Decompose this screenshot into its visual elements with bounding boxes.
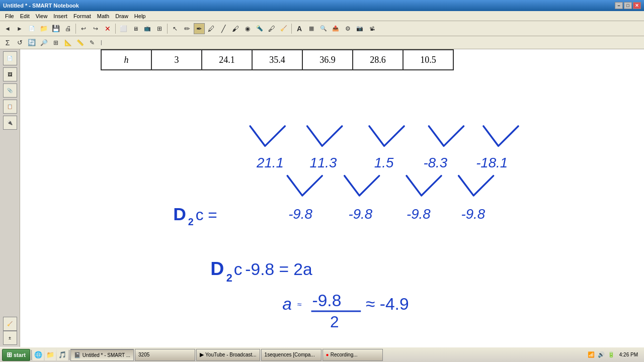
main-area: 📄 🖼 📎 📋 🔌 🧹 ± h 3 24.1 35.4 36.9 28.6 10… xyxy=(0,49,644,347)
back-button[interactable]: ◄ xyxy=(2,23,13,34)
sidebar-bottom-group: 🧹 ± xyxy=(3,317,17,345)
quicklaunch-ie-icon[interactable]: 🌐 xyxy=(33,349,44,360)
undo-button[interactable]: ↩ xyxy=(78,23,89,34)
fill-tool[interactable]: ◉ xyxy=(242,23,253,34)
brush-tool[interactable]: 🖌 xyxy=(230,23,241,34)
start-button[interactable]: ⊞ start xyxy=(2,349,30,361)
table-tool[interactable]: ▦ xyxy=(306,23,317,34)
title-bar: Untitled * - SMART Notebook – □ ✕ xyxy=(0,0,644,11)
smart-app-icon: 📓 xyxy=(74,352,81,358)
sidebar-attachments-icon[interactable]: 📎 xyxy=(3,83,17,98)
svg-text:c =: c = xyxy=(196,206,217,224)
menu-insert[interactable]: Insert xyxy=(50,13,70,20)
sequences-label: 1sequences [Compa... xyxy=(265,352,315,357)
sep2 xyxy=(115,24,116,34)
pen-tool3[interactable]: 🖊 xyxy=(206,23,217,34)
minimize-button[interactable]: – xyxy=(615,2,623,9)
menu-math[interactable]: Math xyxy=(94,13,112,20)
menu-draw[interactable]: Draw xyxy=(112,13,131,20)
menu-help[interactable]: Help xyxy=(131,13,149,20)
select-tool[interactable]: ↖ xyxy=(170,23,181,34)
print-button[interactable]: 🖨 xyxy=(62,23,73,34)
taskbar-right: 📶 🔊 🔋 4:26 PM xyxy=(587,351,642,359)
rect-select-button[interactable]: ⬜ xyxy=(118,23,129,34)
svg-text:D: D xyxy=(173,204,186,224)
svg-text:≈ -4.9: ≈ -4.9 xyxy=(366,295,409,313)
undo2-button[interactable]: ↺ xyxy=(14,37,25,48)
forward-button[interactable]: ► xyxy=(14,23,25,34)
svg-text:-9.8 = 2a: -9.8 = 2a xyxy=(245,260,312,279)
close-button[interactable]: ✕ xyxy=(633,2,641,9)
settings-button[interactable]: ⚙ xyxy=(342,23,353,34)
svg-text:2: 2 xyxy=(226,272,232,284)
taskbar-sep1 xyxy=(31,350,32,360)
systray-icon1[interactable]: 📶 xyxy=(587,351,595,359)
systray-icon3[interactable]: 🔋 xyxy=(607,351,615,359)
protractor-button[interactable]: 📐 xyxy=(62,37,73,48)
taskbar-app-youtube[interactable]: ▶ YouTube - Broadcast... xyxy=(196,349,260,361)
sidebar-addons-icon[interactable]: 🔌 xyxy=(3,116,17,130)
sidebar-eraser-icon[interactable]: 🧹 xyxy=(3,317,17,331)
recording-label: Recording... xyxy=(331,352,358,357)
taskbar-app-smart[interactable]: 📓 Untitled * - SMART ... xyxy=(70,349,134,361)
line-tool[interactable]: ╱ xyxy=(218,23,229,34)
grid-button[interactable]: ⊞ xyxy=(154,23,165,34)
capture-button[interactable]: 📷 xyxy=(354,23,365,34)
sidebar-zoom-icon[interactable]: ± xyxy=(3,331,17,345)
edit-pen-button[interactable]: ✎ xyxy=(87,37,98,48)
menu-file[interactable]: File xyxy=(2,13,17,20)
grid2-button[interactable]: ⊞ xyxy=(50,37,61,48)
present-button[interactable]: 📽 xyxy=(366,23,377,34)
rotate-button[interactable]: 🔄 xyxy=(26,37,37,48)
sep1 xyxy=(75,24,76,34)
youtube-icon: ▶ xyxy=(200,351,204,358)
sidebar-props-icon[interactable]: 📋 xyxy=(3,100,17,114)
svg-text:-9.8: -9.8 xyxy=(407,206,431,222)
delete-button[interactable]: ✕ xyxy=(102,23,113,34)
open-button[interactable]: 📁 xyxy=(38,23,49,34)
sep3 xyxy=(167,24,168,34)
svg-text:D: D xyxy=(210,258,224,279)
screen-button[interactable]: 🖥 xyxy=(130,23,141,34)
svg-text:a: a xyxy=(282,295,292,313)
eraser-tool[interactable]: 🧹 xyxy=(278,23,289,34)
quicklaunch-media-icon[interactable]: 🎵 xyxy=(57,349,68,360)
new-button[interactable]: 📄 xyxy=(26,23,37,34)
save-button[interactable]: 💾 xyxy=(50,23,61,34)
menu-format[interactable]: Format xyxy=(70,13,94,20)
sidebar-gallery-icon[interactable]: 🖼 xyxy=(3,67,17,81)
pen-tool2[interactable]: ✒ xyxy=(194,23,205,34)
taskbar-app-sequences[interactable]: 1sequences [Compa... xyxy=(261,349,321,361)
taskbar-app-recording[interactable]: ● Recording... xyxy=(323,349,383,361)
canvas-area[interactable]: h 3 24.1 35.4 36.9 28.6 10.5 21.1 xyxy=(20,49,644,347)
sidebar-pages-icon[interactable]: 📄 xyxy=(3,51,17,65)
sigma-button[interactable]: Σ xyxy=(2,37,13,48)
display-button[interactable]: 📺 xyxy=(142,23,153,34)
systray-icon2[interactable]: 🔊 xyxy=(597,351,605,359)
export-button[interactable]: 📤 xyxy=(330,23,341,34)
svg-text:11.3: 11.3 xyxy=(310,155,337,170)
menu-view[interactable]: View xyxy=(33,13,51,20)
svg-text:2: 2 xyxy=(188,216,194,227)
ruler-button[interactable]: 📏 xyxy=(74,37,86,48)
svg-text:-9.8: -9.8 xyxy=(461,206,486,222)
menu-edit[interactable]: Edit xyxy=(17,13,33,20)
text-tool[interactable]: A xyxy=(294,23,305,34)
window-title: Untitled * - SMART Notebook xyxy=(3,3,79,9)
svg-text:21.1: 21.1 xyxy=(256,155,284,170)
clock[interactable]: 4:26 PM xyxy=(617,352,640,357)
taskbar-app-3205[interactable]: 3205 xyxy=(135,349,195,361)
taskbar-sep2 xyxy=(69,350,69,360)
redo-button[interactable]: ↪ xyxy=(90,23,101,34)
maximize-button[interactable]: □ xyxy=(624,2,632,9)
zoom-tool[interactable]: 🔍 xyxy=(318,23,329,34)
quicklaunch-folder-icon[interactable]: 📁 xyxy=(45,349,56,360)
svg-text:-9.8: -9.8 xyxy=(312,291,342,310)
svg-text:-8.3: -8.3 xyxy=(424,155,448,170)
spotlight-tool[interactable]: 🔦 xyxy=(254,23,265,34)
zoom2-button[interactable]: 🔎 xyxy=(38,37,49,48)
calligraphy-tool[interactable]: 🖋 xyxy=(266,23,277,34)
start-label: start xyxy=(14,352,26,358)
recording-icon: ● xyxy=(326,352,329,357)
pen-tool1[interactable]: ✏ xyxy=(182,23,193,34)
